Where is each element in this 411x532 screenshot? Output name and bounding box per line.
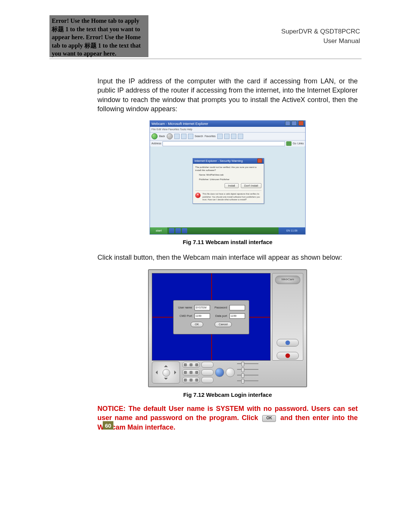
favorites-label[interactable]: Favorites — [205, 134, 216, 138]
system-tray[interactable]: EN 11:06 — [279, 227, 305, 234]
contrast-slider[interactable] — [237, 369, 258, 370]
username-input[interactable]: SYSTEM — [194, 305, 210, 310]
taskbar-item[interactable] — [169, 228, 174, 233]
brightness-slider[interactable] — [237, 363, 258, 364]
search-icon — [285, 340, 290, 345]
dialog-message: The publisher could not be verified. Are… — [195, 166, 261, 172]
ie-window: Webcam - Microsoft Internet Explorer Fil… — [150, 120, 306, 235]
dialog-title: Internet Explorer - Security Warning — [194, 158, 243, 164]
snapshot-button[interactable] — [215, 368, 224, 377]
dialog-warning-text: This file does not have a valid digital … — [202, 193, 261, 201]
ptz-up-icon[interactable] — [164, 363, 168, 367]
slider-panel — [236, 362, 259, 383]
ok-button-inline[interactable]: OK — [262, 415, 276, 422]
install-button[interactable]: Install — [225, 183, 238, 188]
address-input[interactable] — [162, 141, 285, 146]
header-right: SuperDVR & QSDT8PCRC User Manual — [148, 15, 362, 57]
notice-paragraph: NOTICE: The default User name is SYSTEM … — [97, 404, 358, 432]
login-dialog: User name SYSTEM Password CMD Port 1159 … — [173, 300, 249, 334]
cmdport-input[interactable]: 1159 — [194, 313, 210, 319]
forward-icon[interactable] — [167, 133, 173, 139]
links-label: Links — [298, 142, 304, 145]
dataport-label: Data port — [212, 314, 227, 318]
side-search-button[interactable] — [277, 339, 299, 347]
layout-pill[interactable] — [182, 377, 200, 383]
home-icon[interactable] — [188, 134, 193, 139]
ie-title-text: Webcam - Microsoft Internet Explorer — [151, 121, 208, 126]
webcam-logo: WebCam — [275, 276, 300, 284]
shield-warning-icon — [195, 193, 201, 198]
ie-addressbar: Address Go Links — [150, 141, 305, 147]
header-error-box: Error! Use the Home tab to apply 标题 1 to… — [49, 15, 148, 57]
figure-7-11-caption: Fig 7.11 Webcam install interface — [183, 238, 272, 246]
record-icon — [285, 353, 290, 358]
search-label[interactable]: Search — [195, 134, 203, 138]
dialog-file-name: Name: MiniPlatView.cab — [199, 174, 261, 177]
login-ok-button[interactable]: OK — [191, 322, 203, 327]
side-panel: WebCam — [272, 273, 303, 361]
bottom-controls — [152, 361, 303, 383]
history-icon[interactable] — [224, 134, 229, 139]
ie-titlebar: Webcam - Microsoft Internet Explorer — [150, 121, 305, 127]
minimize-icon[interactable] — [285, 121, 290, 126]
taskbar-item[interactable] — [175, 228, 181, 233]
saturation-slider[interactable] — [237, 380, 258, 381]
ptz-control[interactable] — [152, 361, 180, 383]
ptz-down-icon[interactable] — [164, 378, 168, 382]
taskbar: start EN 11:06 — [150, 227, 305, 234]
start-button[interactable]: start — [150, 227, 168, 234]
stop-icon[interactable] — [174, 134, 180, 139]
password-input[interactable] — [229, 305, 245, 310]
security-warning-dialog: Internet Explorer - Security Warning The… — [193, 158, 264, 204]
maximize-icon[interactable] — [292, 121, 297, 126]
mail-icon[interactable] — [231, 134, 236, 139]
layout-pill[interactable] — [182, 362, 200, 368]
ie-menubar[interactable]: File Edit View Favorites Tools Help — [150, 127, 305, 133]
side-record-button[interactable] — [277, 352, 299, 359]
login-cancel-button[interactable]: Cancel — [215, 322, 232, 327]
ptz-right-icon[interactable] — [174, 371, 178, 374]
figure-7-12: User name SYSTEM Password CMD Port 1159 … — [97, 269, 358, 399]
page-header: Error! Use the Home tab to apply 标题 1 to… — [49, 15, 362, 57]
ptz-left-icon[interactable] — [154, 371, 158, 374]
paragraph-2: Click install button, then the Webcam ma… — [97, 253, 358, 262]
close-icon[interactable] — [298, 121, 304, 126]
paragraph-1: Input the IP address of the computer wit… — [97, 77, 358, 113]
figure-7-12-caption: Fig 7.12 Webcam Login interface — [183, 391, 272, 399]
hue-slider[interactable] — [237, 375, 258, 375]
go-button[interactable] — [286, 141, 292, 146]
iris-button[interactable] — [201, 377, 213, 383]
media-icon[interactable] — [217, 134, 223, 139]
figure-7-11: Webcam - Microsoft Internet Explorer Fil… — [97, 120, 358, 246]
page-number: 60 — [103, 421, 113, 430]
back-label: Back — [159, 134, 165, 138]
ptz-center-icon[interactable] — [162, 369, 170, 377]
zoom-button[interactable] — [201, 362, 213, 368]
dialog-publisher: Publisher: Unknown Publisher — [199, 178, 261, 181]
dialog-close-icon[interactable] — [257, 158, 262, 163]
dataport-input[interactable]: 1159 — [229, 313, 245, 319]
cmdport-label: CMD Port — [177, 314, 192, 318]
go-label: Go — [293, 142, 296, 145]
address-label: Address — [151, 142, 161, 145]
print-icon[interactable] — [238, 134, 243, 139]
window-buttons — [285, 121, 304, 127]
username-label: User name — [177, 306, 192, 310]
focus-button[interactable] — [201, 369, 213, 375]
doc-title: User Manual — [323, 36, 360, 46]
layout-pill[interactable] — [182, 369, 200, 375]
product-name: SuperDVR & QSDT8PCRC — [281, 27, 360, 37]
video-grid: User name SYSTEM Password CMD Port 1159 … — [152, 273, 271, 361]
settings-button[interactable] — [226, 368, 235, 377]
password-label: Password — [212, 306, 227, 310]
webcam-window: User name SYSTEM Password CMD Port 1159 … — [148, 269, 307, 387]
ie-toolbar: Back Search Favorites — [150, 133, 305, 141]
ie-viewport: Internet Explorer - Security Warning The… — [151, 147, 304, 227]
dialog-titlebar: Internet Explorer - Security Warning — [193, 158, 264, 164]
dont-install-button[interactable]: Don't Install — [241, 183, 261, 188]
taskbar-item[interactable] — [182, 228, 187, 233]
back-icon[interactable] — [151, 133, 158, 139]
refresh-icon[interactable] — [181, 134, 186, 139]
